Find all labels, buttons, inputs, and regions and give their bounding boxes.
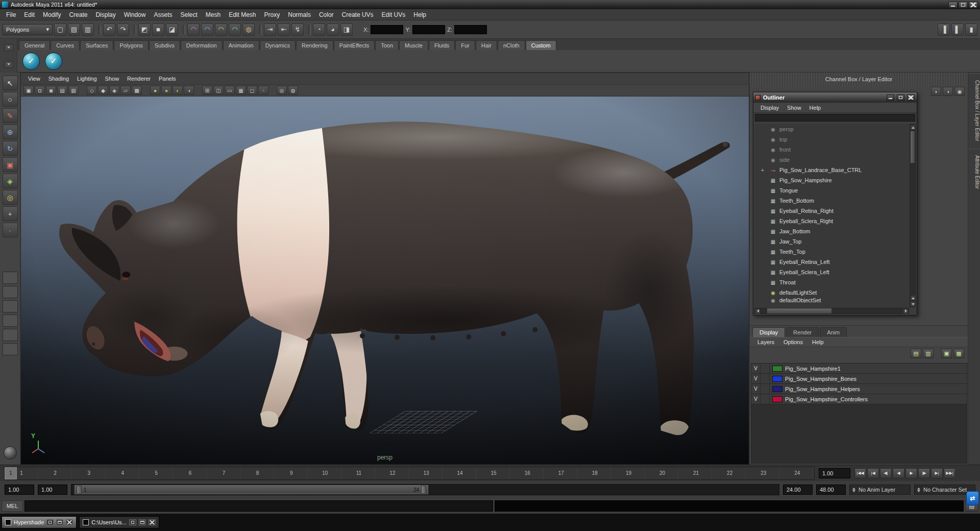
make-live-icon[interactable]: ◍ <box>242 23 255 36</box>
menu-item[interactable]: Proxy <box>260 10 284 19</box>
layer-editor-tab[interactable]: Render <box>786 327 819 337</box>
menu-item[interactable]: Window <box>120 10 150 19</box>
outliner-menu-item[interactable]: Display <box>756 104 783 112</box>
outliner-item[interactable]: ▦ Tongue <box>754 185 909 196</box>
outliner-item[interactable]: ◉ persp <box>754 124 909 134</box>
bookmarks-icon[interactable]: ▤ <box>57 86 67 95</box>
viewport-canvas[interactable]: Y persp <box>21 96 749 464</box>
rotate-tool[interactable]: ↻ <box>3 141 18 156</box>
layer-editor-menu-item[interactable]: Options <box>779 338 807 346</box>
restore-icon[interactable] <box>46 519 54 525</box>
layer-editor-tab[interactable]: Display <box>752 327 785 337</box>
show-channel-box-icon[interactable]: ▮ <box>965 23 977 36</box>
playback-range[interactable]: 1 24 <box>75 485 428 494</box>
viewport-menu-item[interactable]: Shading <box>44 75 73 83</box>
layer-playback-toggle[interactable] <box>761 384 770 394</box>
snap-to-curve-icon[interactable]: ◠ <box>201 23 213 36</box>
outliner-item[interactable]: ◉ defaultObjectSet <box>754 298 909 303</box>
shelf-tab-menu-icon[interactable] <box>4 44 13 51</box>
outliner-item[interactable]: ▦ Throat <box>754 277 909 287</box>
animation-end-field[interactable]: 48.00 <box>816 485 846 495</box>
layer-row[interactable]: V Pig_Sow_Hampshire_Helpers <box>751 384 967 394</box>
layer-color-swatch[interactable] <box>772 396 782 402</box>
close-icon[interactable] <box>149 519 156 525</box>
minimized-window-button[interactable]: C:\Users\Us... <box>79 516 159 528</box>
menu-item[interactable]: Normals <box>284 10 315 19</box>
x-coordinate-input[interactable] <box>371 25 403 34</box>
outliner-vertical-scrollbar[interactable] <box>910 124 916 307</box>
last-tool-used[interactable]: ∙ <box>3 223 18 237</box>
manip-speed-slow-icon[interactable]: ◗ <box>931 87 941 96</box>
manip-hyperbolic-icon[interactable]: ◉ <box>954 87 965 96</box>
show-tool-settings-icon[interactable]: ▌ <box>951 23 964 36</box>
sidebar-vertical-tab[interactable]: Attribute Editor <box>968 149 980 195</box>
outliner-close-button[interactable] <box>907 94 915 101</box>
viewport-menu-item[interactable]: View <box>24 75 44 83</box>
go-to-end-button[interactable]: ▶▶| <box>944 468 955 478</box>
animation-start-field[interactable]: 1.00 <box>5 485 34 495</box>
field-chart-icon[interactable]: ▦ <box>236 86 246 95</box>
maximize-icon[interactable] <box>139 519 146 525</box>
z-coordinate-input[interactable] <box>454 25 487 34</box>
layout-single-pane[interactable] <box>3 272 18 284</box>
layer-visibility-toggle[interactable]: V <box>751 384 761 394</box>
xray-icon[interactable]: ◍ <box>288 86 298 95</box>
menu-item[interactable]: Select <box>176 10 201 19</box>
current-time-field[interactable]: 1.00 <box>819 468 850 478</box>
outliner-maximize-button[interactable] <box>897 94 904 101</box>
outliner-item[interactable]: ▦ Teeth_Top <box>754 247 909 257</box>
layer-editor-menu-item[interactable]: Help <box>807 338 828 346</box>
shadows-icon[interactable]: ◐ <box>173 86 183 95</box>
layer-color-swatch[interactable] <box>772 366 782 372</box>
ipr-render-icon[interactable]: ◕ <box>327 23 339 36</box>
maximize-icon[interactable] <box>56 519 63 525</box>
time-slider-track[interactable]: 123456789101112131415161718192021222324 … <box>4 467 815 480</box>
scrollbar-thumb[interactable] <box>767 308 831 313</box>
step-back-frame-button[interactable]: |◀ <box>867 468 879 478</box>
shelf-tab[interactable]: Custom <box>526 40 556 50</box>
move-layer-down-icon[interactable]: ▥ <box>923 349 934 358</box>
render-current-frame-icon[interactable]: ◔ <box>313 23 325 36</box>
step-forward-key-button[interactable]: |▶ <box>918 468 930 478</box>
outliner-filter-field[interactable] <box>755 114 915 122</box>
shelf-tab[interactable]: Curves <box>51 40 80 50</box>
scroll-down-icon[interactable] <box>910 301 916 307</box>
menu-item[interactable]: Edit <box>20 10 39 19</box>
shelf-tab[interactable]: nCloth <box>498 40 525 50</box>
minimize-button[interactable] <box>948 2 958 8</box>
undo-icon[interactable]: ↶ <box>103 23 115 36</box>
outliner-title-bar[interactable]: Outliner <box>753 92 917 103</box>
layer-row[interactable]: V Pig_Sow_Hampshire1 <box>751 364 967 374</box>
outliner-item[interactable]: ▦ Eyeball_Sclera_Right <box>754 216 909 226</box>
menu-item[interactable]: Create UVs <box>338 10 378 19</box>
film-gate-icon[interactable]: ◫ <box>213 86 224 95</box>
layout-two-side[interactable] <box>3 329 18 341</box>
outliner-item[interactable]: ◉ front <box>754 144 909 155</box>
shelf-tab[interactable]: Surfaces <box>80 40 113 50</box>
outliner-item[interactable]: ▦ Eyeball_Retina_Right <box>754 206 909 216</box>
camera-attributes-icon[interactable]: ◙ <box>46 86 56 95</box>
layer-editor-menu-item[interactable]: Layers <box>753 338 779 346</box>
maximize-button[interactable] <box>959 2 968 8</box>
menu-item[interactable]: Edit Mesh <box>225 10 260 19</box>
viewport-menu-item[interactable]: Panels <box>155 75 180 83</box>
remote-access-tray-icon[interactable]: ⇄ <box>966 491 979 505</box>
menu-item[interactable]: Mesh <box>202 10 225 19</box>
snap-to-view-plane-icon[interactable]: ◠ <box>229 23 241 36</box>
new-empty-layer-icon[interactable]: ▣ <box>941 349 952 358</box>
select-tool[interactable]: ↖ <box>3 76 18 90</box>
y-coordinate-input[interactable] <box>412 25 445 34</box>
select-by-object-icon[interactable]: ■ <box>152 23 164 36</box>
menu-item[interactable]: Modify <box>39 10 65 19</box>
scroll-left-icon[interactable] <box>755 308 761 314</box>
select-camera-icon[interactable]: ▣ <box>23 86 34 95</box>
resolution-gate-icon[interactable]: ⊞ <box>202 86 212 95</box>
redo-icon[interactable]: ↷ <box>117 23 129 36</box>
save-scene-icon[interactable]: ▥ <box>82 23 94 36</box>
shelf-tab[interactable]: Muscle <box>399 40 428 50</box>
gate-mask-icon[interactable]: ▭ <box>225 86 235 95</box>
safe-title-icon[interactable]: ▫ <box>258 86 268 95</box>
soft-modification-tool[interactable]: ◎ <box>3 190 18 205</box>
shelf-tab[interactable]: Fur <box>455 40 475 50</box>
new-scene-icon[interactable]: ▢ <box>54 23 66 36</box>
